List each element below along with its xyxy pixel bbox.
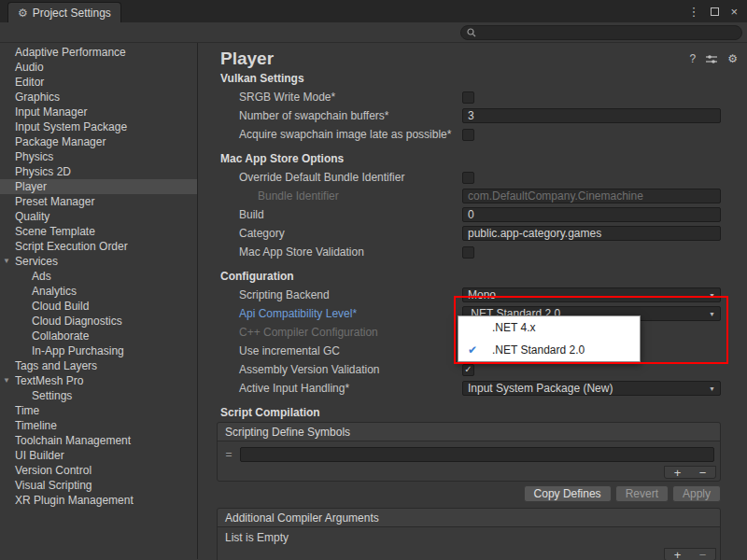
popup-option[interactable]: ✔ .NET Standard 2.0 [458, 339, 640, 361]
sidebar-item[interactable]: Settings [0, 388, 197, 403]
sidebar-item[interactable]: Scene Template [0, 224, 197, 239]
bundle-identifier-field: com.DefaultCompany.Cinemachine [462, 189, 721, 203]
sidebar-item[interactable]: Quality [0, 209, 197, 224]
sidebar-item[interactable]: Audio [0, 60, 197, 75]
incremental-gc-label: Use incremental GC [217, 344, 462, 357]
scripting-backend-dropdown[interactable]: Mono ▼ [462, 287, 721, 302]
sidebar-item-label: Package Manager [15, 135, 106, 148]
remove-button[interactable]: − [699, 549, 707, 560]
override-bundle-checkbox[interactable] [462, 172, 474, 184]
sidebar-item[interactable]: Tags and Layers [0, 358, 197, 373]
search-input[interactable] [480, 27, 736, 38]
sidebar-item[interactable]: Time [0, 403, 197, 418]
sidebar-item-label: Timeline [15, 419, 57, 432]
revert-button[interactable]: Revert [615, 485, 669, 502]
scripting-backend-value: Mono [468, 288, 496, 301]
define-symbol-field[interactable] [240, 447, 714, 462]
mac-validation-checkbox[interactable] [462, 246, 474, 259]
tab-project-settings[interactable]: ⚙ Project Settings [7, 2, 121, 22]
sidebar-item-label: Preset Manager [15, 195, 94, 208]
sidebar-item[interactable]: Collaborate [0, 329, 197, 343]
sidebar-item[interactable]: In-App Purchasing [0, 343, 197, 358]
sidebar-item[interactable]: Cloud Diagnostics [0, 314, 197, 329]
additional-compiler-arguments-header: Additional Compiler Arguments [218, 509, 720, 527]
active-input-value: Input System Package (New) [468, 382, 613, 395]
sidebar-item[interactable]: XR Plugin Management [0, 493, 197, 508]
sidebar-item[interactable]: Version Control [0, 463, 197, 478]
popup-option-label: .NET Standard 2.0 [492, 343, 585, 357]
sidebar-item[interactable]: Preset Manager [0, 194, 197, 209]
sidebar-item[interactable]: Input System Package [0, 119, 197, 134]
check-icon: ✔ [468, 343, 477, 357]
kebab-menu-icon[interactable]: ⋮ [687, 5, 699, 19]
override-bundle-row: Override Default Bundle Identifier [217, 168, 747, 187]
toolbar [0, 22, 747, 43]
foldout-icon[interactable]: ▼ [3, 376, 12, 385]
settings-sidebar: Adaptive Performance Audio Editor Graphi… [0, 43, 198, 559]
add-button[interactable]: + [674, 467, 682, 479]
sidebar-item-label: Cloud Build [32, 300, 89, 313]
srgb-write-mode-checkbox[interactable] [462, 91, 474, 104]
drag-handle-icon[interactable]: = [223, 448, 234, 461]
sidebar-item[interactable]: Visual Scripting [0, 478, 197, 493]
sidebar-item[interactable]: ▼ Services [0, 254, 197, 269]
bundle-identifier-label: Bundle Identifier [217, 189, 462, 203]
sidebar-item-label: Player [15, 180, 47, 193]
sidebar-item[interactable]: Package Manager [0, 134, 197, 149]
sidebar-item[interactable]: Toolchain Management [0, 433, 197, 448]
chevron-down-icon: ▼ [709, 385, 715, 392]
maximize-icon[interactable] [711, 7, 719, 16]
sidebar-item[interactable]: Ads [0, 269, 197, 284]
build-label: Build [217, 208, 462, 221]
sidebar-item[interactable]: Adaptive Performance [0, 45, 197, 60]
remove-button[interactable]: − [699, 467, 707, 479]
sidebar-item-label: Services [15, 255, 58, 268]
sidebar-item-label: Analytics [32, 285, 77, 298]
close-icon[interactable]: × [730, 5, 738, 19]
sidebar-item[interactable]: Analytics [0, 284, 197, 299]
foldout-icon[interactable]: ▼ [3, 257, 12, 265]
sidebar-item[interactable]: Physics [0, 149, 197, 164]
scripting-define-symbols-header: Scripting Define Symbols [218, 423, 720, 441]
acquire-swapchain-checkbox[interactable] [462, 129, 474, 141]
sidebar-item-label: Script Execution Order [15, 240, 128, 253]
player-settings-panel: Player ? ⚙ Vulkan Settings SRGB Write Mo… [198, 43, 747, 559]
mac-validation-label: Mac App Store Validation [217, 245, 462, 259]
sidebar-item[interactable]: Editor [0, 75, 197, 90]
sidebar-item[interactable]: Timeline [0, 418, 197, 433]
sidebar-item[interactable]: ▼ TextMesh Pro [0, 373, 197, 388]
build-field[interactable]: 0 [462, 207, 721, 222]
sidebar-item-label: Input System Package [15, 120, 127, 133]
section-configuration: Configuration [217, 267, 747, 286]
list-empty-label: List is Empty [218, 527, 720, 548]
chevron-down-icon: ▼ [709, 292, 715, 299]
sidebar-item[interactable]: Physics 2D [0, 164, 197, 179]
popup-option[interactable]: .NET 4.x [458, 316, 640, 339]
popup-option-label: .NET 4.x [492, 321, 535, 334]
panel-gear-icon[interactable]: ⚙ [727, 52, 738, 65]
title-bar: ⚙ Project Settings ⋮ × [0, 0, 747, 22]
copy-defines-button[interactable]: Copy Defines [524, 485, 612, 502]
sidebar-item[interactable]: UI Builder [0, 448, 197, 463]
sidebar-item[interactable]: Graphics [0, 90, 197, 105]
add-button[interactable]: + [674, 549, 682, 560]
chevron-down-icon: ▼ [709, 311, 715, 317]
active-input-dropdown[interactable]: Input System Package (New) ▼ [462, 381, 721, 396]
search-box[interactable] [460, 25, 742, 40]
sidebar-item-label: XR Plugin Management [15, 494, 134, 507]
sidebar-item-label: Adaptive Performance [15, 46, 126, 59]
presets-icon[interactable] [706, 54, 717, 64]
sidebar-item-label: In-App Purchasing [32, 344, 124, 357]
sidebar-item[interactable]: Cloud Build [0, 299, 197, 314]
assembly-validation-checkbox[interactable]: ✓ [462, 364, 474, 376]
apply-button[interactable]: Apply [672, 485, 721, 502]
srgb-write-mode-label: SRGB Write Mode* [217, 91, 462, 104]
sidebar-item-label: Physics [15, 150, 53, 163]
sidebar-item[interactable]: Player [0, 179, 197, 194]
swapchain-buffers-field[interactable]: 3 [462, 108, 721, 123]
sidebar-item-label: Cloud Diagnostics [32, 315, 122, 328]
sidebar-item[interactable]: Script Execution Order [0, 239, 197, 254]
help-icon[interactable]: ? [690, 52, 697, 65]
sidebar-item[interactable]: Input Manager [0, 105, 197, 119]
category-field[interactable]: public.app-category.games [462, 226, 721, 241]
